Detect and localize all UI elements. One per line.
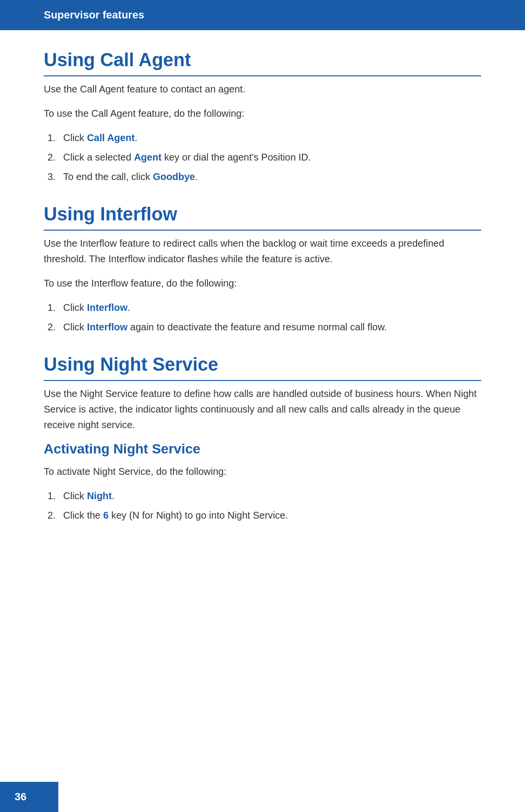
- section-using-interflow: Using Interflow Use the Interflow featur…: [44, 204, 481, 335]
- header-label: Supervisor features: [44, 9, 144, 21]
- interflow-steps: Click Interflow. Click Interflow again t…: [58, 300, 481, 335]
- call-agent-step1-before: Click: [63, 132, 87, 143]
- interflow-link1: Interflow: [87, 302, 127, 313]
- activating-step-2: Click the 6 key (N for Night) to go into…: [58, 507, 481, 523]
- call-agent-steps: Click Call Agent. Click a selected Agent…: [58, 130, 481, 184]
- call-agent-step3-before: To end the call, click: [63, 171, 153, 182]
- call-agent-step-2: Click a selected Agent key or dial the a…: [58, 149, 481, 165]
- activating-intro: To activate Night Service, do the follow…: [44, 464, 481, 479]
- activating-step1-before: Click: [63, 490, 87, 501]
- agent-link: Agent: [134, 152, 162, 162]
- call-agent-intro2: To use the Call Agent feature, do the fo…: [44, 106, 481, 121]
- interflow-intro1: Use the Interflow feature to redirect ca…: [44, 235, 481, 267]
- section-title-call-agent: Using Call Agent: [44, 50, 481, 76]
- header-bar: Supervisor features: [0, 0, 525, 30]
- interflow-step2-after: again to deactivate the feature and resu…: [127, 322, 387, 332]
- interflow-step1-before: Click: [63, 302, 87, 313]
- call-agent-step-3: To end the call, click Goodbye.: [58, 169, 481, 184]
- interflow-step1-after: .: [127, 302, 130, 313]
- night-link: Night: [87, 490, 112, 501]
- subsection-title-activating: Activating Night Service: [44, 441, 481, 457]
- activating-step2-after: key (N for Night) to go into Night Servi…: [108, 510, 288, 521]
- interflow-step-1: Click Interflow.: [58, 300, 481, 315]
- subsection-activating-night-service: Activating Night Service To activate Nig…: [44, 441, 481, 523]
- interflow-step-2: Click Interflow again to deactivate the …: [58, 319, 481, 335]
- section-using-night-service: Using Night Service Use the Night Servic…: [44, 354, 481, 523]
- call-agent-step3-after: .: [195, 171, 198, 182]
- section-title-night-service: Using Night Service: [44, 354, 481, 381]
- call-agent-intro1: Use the Call Agent feature to contact an…: [44, 81, 481, 97]
- call-agent-step-1: Click Call Agent.: [58, 130, 481, 145]
- section-title-interflow: Using Interflow: [44, 204, 481, 231]
- goodbye-link: Goodbye: [153, 171, 195, 182]
- six-link: 6: [103, 510, 108, 521]
- call-agent-step1-after: .: [135, 132, 138, 143]
- interflow-link2: Interflow: [87, 322, 127, 332]
- interflow-step2-before: Click: [63, 322, 87, 332]
- page-number: 36: [15, 791, 26, 803]
- activating-step-1: Click Night.: [58, 488, 481, 504]
- call-agent-step2-before: Click a selected: [63, 152, 134, 162]
- activating-step2-before: Click the: [63, 510, 103, 521]
- main-content: Using Call Agent Use the Call Agent feat…: [0, 30, 525, 591]
- interflow-intro2: To use the Interflow feature, do the fol…: [44, 275, 481, 291]
- activating-step1-after: .: [112, 490, 115, 501]
- call-agent-step2-after: key or dial the agent's Position ID.: [161, 152, 311, 162]
- page-footer: 36: [0, 782, 58, 812]
- section-using-call-agent: Using Call Agent Use the Call Agent feat…: [44, 50, 481, 184]
- call-agent-link1: Call Agent: [87, 132, 135, 143]
- activating-steps: Click Night. Click the 6 key (N for Nigh…: [58, 488, 481, 523]
- night-service-intro1: Use the Night Service feature to define …: [44, 386, 481, 433]
